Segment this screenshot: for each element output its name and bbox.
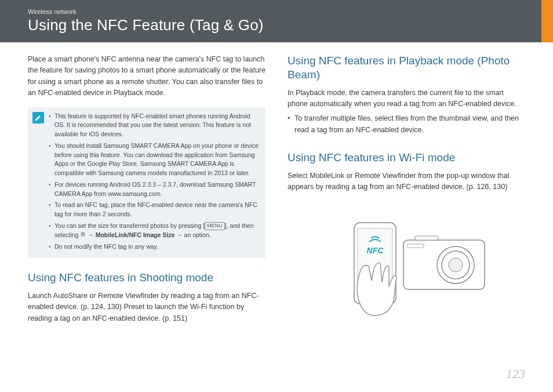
svg-point-5 xyxy=(449,258,463,272)
nfc-illustration: NFC xyxy=(288,208,525,322)
svg-point-1 xyxy=(82,234,83,235)
note-item: For devices running Android OS 2.3.3 – 2… xyxy=(49,180,260,199)
left-column: Place a smart phone's NFC antenna near t… xyxy=(28,54,265,339)
note-item: You can set the size for transferred pho… xyxy=(49,222,260,240)
page-header: Wireless network Using the NFC Feature (… xyxy=(0,0,553,42)
breadcrumb: Wireless network xyxy=(28,8,525,15)
note-text: an option. xyxy=(183,231,211,238)
manual-page: Wireless network Using the NFC Feature (… xyxy=(0,0,553,392)
menu-button-label: MENU xyxy=(205,222,225,230)
accent-bar xyxy=(541,0,553,42)
nfc-label: NFC xyxy=(367,246,384,255)
intro-paragraph: Place a smart phone's NFC antenna near t… xyxy=(28,54,265,99)
right-column: Using NFC features in Playback mode (Pho… xyxy=(288,54,525,339)
section-title-shooting: Using NFC features in Shooting mode xyxy=(28,271,265,285)
section-title-playback: Using NFC features in Playback mode (Pho… xyxy=(288,54,525,82)
gear-icon xyxy=(80,231,86,240)
svg-rect-7 xyxy=(415,236,438,240)
note-item: This feature is supported by NFC-enabled… xyxy=(49,112,260,139)
section-body: In Playback mode, the camera transfers t… xyxy=(288,88,525,110)
section-title-wifi: Using NFC features in Wi-Fi mode xyxy=(288,151,525,165)
section-body: Select MobileLink or Remote Viewfinder f… xyxy=(288,170,525,193)
phone-camera-nfc-icon: NFC xyxy=(319,208,493,318)
content-columns: Place a smart phone's NFC antenna near t… xyxy=(0,42,553,345)
note-item: You should install Samsung SMART CAMERA … xyxy=(49,141,260,178)
note-item: Do not modify the NFC tag in any way. xyxy=(49,242,260,252)
section-body: Launch AutoShare or Remote Viewfinder by… xyxy=(28,291,265,324)
note-box: This feature is supported by NFC-enabled… xyxy=(28,107,265,259)
page-title: Using the NFC Feature (Tag & Go) xyxy=(28,16,525,34)
note-list: This feature is supported by NFC-enabled… xyxy=(49,112,260,254)
page-number: 123 xyxy=(506,366,525,382)
note-text: You can set the size for transferred pho… xyxy=(54,222,205,229)
note-pencil-icon xyxy=(32,112,44,124)
note-text-bold: → MobileLink/NFC Image Size → xyxy=(88,231,182,238)
note-item: To read an NFC tag, place the NFC-enable… xyxy=(49,201,260,219)
bullet-item: To transfer multiple files, select files… xyxy=(288,113,525,136)
